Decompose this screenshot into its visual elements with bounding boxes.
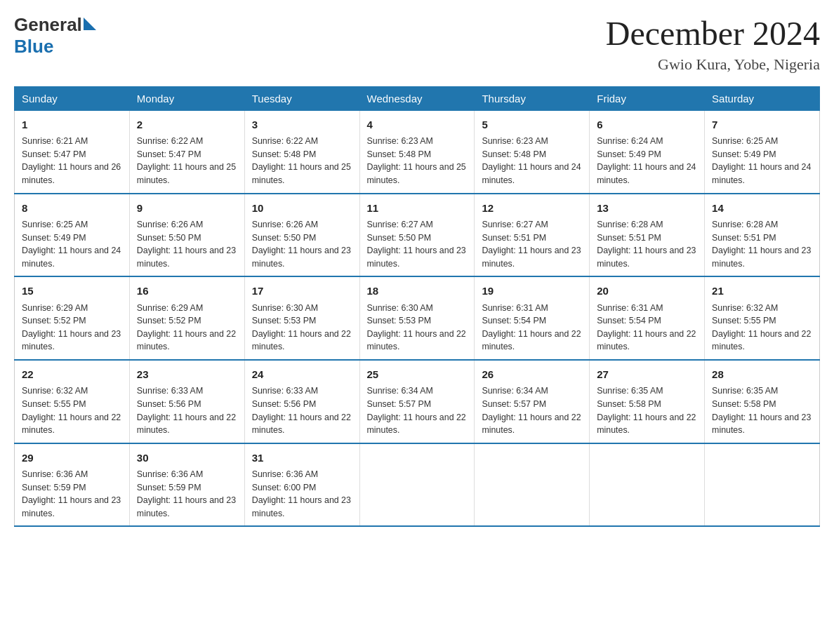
calendar-day-cell: 16Sunrise: 6:29 AMSunset: 5:52 PMDayligh… xyxy=(129,276,244,360)
calendar-day-cell xyxy=(359,443,475,527)
day-number: 8 xyxy=(22,200,122,216)
day-info: Sunrise: 6:24 AMSunset: 5:49 PMDaylight:… xyxy=(597,135,697,187)
day-info: Sunrise: 6:30 AMSunset: 5:53 PMDaylight:… xyxy=(367,302,468,354)
day-info: Sunrise: 6:25 AMSunset: 5:49 PMDaylight:… xyxy=(22,218,122,270)
calendar-week-row: 8Sunrise: 6:25 AMSunset: 5:49 PMDaylight… xyxy=(15,194,820,277)
day-number: 5 xyxy=(482,116,582,133)
day-info: Sunrise: 6:28 AMSunset: 5:51 PMDaylight:… xyxy=(597,218,697,270)
day-number: 11 xyxy=(367,200,468,216)
day-info: Sunrise: 6:33 AMSunset: 5:56 PMDaylight:… xyxy=(252,384,352,436)
day-info: Sunrise: 6:27 AMSunset: 5:51 PMDaylight:… xyxy=(482,218,582,270)
calendar-day-cell: 21Sunrise: 6:32 AMSunset: 5:55 PMDayligh… xyxy=(705,276,820,360)
day-info: Sunrise: 6:29 AMSunset: 5:52 PMDaylight:… xyxy=(137,302,237,354)
header-row: Sunday Monday Tuesday Wednesday Thursday… xyxy=(15,87,820,111)
calendar-day-cell: 6Sunrise: 6:24 AMSunset: 5:49 PMDaylight… xyxy=(590,111,705,194)
day-info: Sunrise: 6:30 AMSunset: 5:53 PMDaylight:… xyxy=(252,302,352,354)
calendar-week-row: 1Sunrise: 6:21 AMSunset: 5:47 PMDaylight… xyxy=(15,111,820,194)
day-info: Sunrise: 6:26 AMSunset: 5:50 PMDaylight:… xyxy=(137,218,237,270)
logo-blue: Blue xyxy=(14,36,53,57)
calendar-week-row: 29Sunrise: 6:36 AMSunset: 5:59 PMDayligh… xyxy=(15,443,820,527)
calendar-day-cell: 30Sunrise: 6:36 AMSunset: 5:59 PMDayligh… xyxy=(129,443,244,527)
month-title: December 2024 xyxy=(606,14,820,53)
day-number: 7 xyxy=(712,116,812,133)
calendar-day-cell: 9Sunrise: 6:26 AMSunset: 5:50 PMDaylight… xyxy=(129,194,244,277)
day-number: 23 xyxy=(137,366,237,382)
day-info: Sunrise: 6:27 AMSunset: 5:50 PMDaylight:… xyxy=(367,218,468,270)
calendar-week-row: 22Sunrise: 6:32 AMSunset: 5:55 PMDayligh… xyxy=(15,360,820,443)
day-number: 18 xyxy=(367,283,468,299)
calendar-day-cell: 26Sunrise: 6:34 AMSunset: 5:57 PMDayligh… xyxy=(475,360,590,443)
day-info: Sunrise: 6:29 AMSunset: 5:52 PMDaylight:… xyxy=(22,302,122,354)
calendar-day-cell xyxy=(475,443,590,527)
day-number: 17 xyxy=(252,283,352,299)
day-info: Sunrise: 6:23 AMSunset: 5:48 PMDaylight:… xyxy=(367,135,468,187)
day-number: 30 xyxy=(137,450,237,466)
day-number: 4 xyxy=(367,116,468,133)
day-number: 9 xyxy=(137,200,237,216)
svg-marker-0 xyxy=(84,18,96,30)
day-info: Sunrise: 6:33 AMSunset: 5:56 PMDaylight:… xyxy=(137,384,237,436)
col-thursday: Thursday xyxy=(475,87,590,111)
day-info: Sunrise: 6:35 AMSunset: 5:58 PMDaylight:… xyxy=(597,384,697,436)
calendar-day-cell: 23Sunrise: 6:33 AMSunset: 5:56 PMDayligh… xyxy=(129,360,244,443)
day-info: Sunrise: 6:28 AMSunset: 5:51 PMDaylight:… xyxy=(712,218,812,270)
day-number: 20 xyxy=(597,283,697,299)
logo-arrow-icon xyxy=(84,18,96,30)
calendar-day-cell: 1Sunrise: 6:21 AMSunset: 5:47 PMDaylight… xyxy=(15,111,130,194)
calendar-day-cell: 4Sunrise: 6:23 AMSunset: 5:48 PMDaylight… xyxy=(359,111,475,194)
logo: General Blue xyxy=(14,14,96,58)
calendar-day-cell: 29Sunrise: 6:36 AMSunset: 5:59 PMDayligh… xyxy=(15,443,130,527)
calendar-day-cell: 3Sunrise: 6:22 AMSunset: 5:48 PMDaylight… xyxy=(244,111,359,194)
calendar-day-cell: 11Sunrise: 6:27 AMSunset: 5:50 PMDayligh… xyxy=(359,194,475,277)
calendar-day-cell: 7Sunrise: 6:25 AMSunset: 5:49 PMDaylight… xyxy=(705,111,820,194)
day-info: Sunrise: 6:21 AMSunset: 5:47 PMDaylight:… xyxy=(22,135,122,187)
calendar-day-cell: 19Sunrise: 6:31 AMSunset: 5:54 PMDayligh… xyxy=(475,276,590,360)
day-number: 6 xyxy=(597,116,697,133)
day-number: 12 xyxy=(482,200,582,216)
day-number: 15 xyxy=(22,283,122,299)
calendar-day-cell: 22Sunrise: 6:32 AMSunset: 5:55 PMDayligh… xyxy=(15,360,130,443)
day-number: 1 xyxy=(22,116,122,133)
calendar-day-cell: 12Sunrise: 6:27 AMSunset: 5:51 PMDayligh… xyxy=(475,194,590,277)
calendar-day-cell: 14Sunrise: 6:28 AMSunset: 5:51 PMDayligh… xyxy=(705,194,820,277)
calendar-day-cell: 15Sunrise: 6:29 AMSunset: 5:52 PMDayligh… xyxy=(15,276,130,360)
calendar-day-cell: 24Sunrise: 6:33 AMSunset: 5:56 PMDayligh… xyxy=(244,360,359,443)
col-saturday: Saturday xyxy=(705,87,820,111)
day-info: Sunrise: 6:23 AMSunset: 5:48 PMDaylight:… xyxy=(482,135,582,187)
day-number: 22 xyxy=(22,366,122,382)
day-info: Sunrise: 6:22 AMSunset: 5:48 PMDaylight:… xyxy=(252,135,352,187)
day-number: 31 xyxy=(252,450,352,466)
calendar-day-cell: 27Sunrise: 6:35 AMSunset: 5:58 PMDayligh… xyxy=(590,360,705,443)
day-info: Sunrise: 6:32 AMSunset: 5:55 PMDaylight:… xyxy=(712,302,812,354)
col-wednesday: Wednesday xyxy=(359,87,475,111)
calendar-day-cell: 2Sunrise: 6:22 AMSunset: 5:47 PMDaylight… xyxy=(129,111,244,194)
calendar-body: 1Sunrise: 6:21 AMSunset: 5:47 PMDaylight… xyxy=(15,111,820,527)
calendar-header: Sunday Monday Tuesday Wednesday Thursday… xyxy=(15,87,820,111)
day-info: Sunrise: 6:26 AMSunset: 5:50 PMDaylight:… xyxy=(252,218,352,270)
calendar-week-row: 15Sunrise: 6:29 AMSunset: 5:52 PMDayligh… xyxy=(15,276,820,360)
col-tuesday: Tuesday xyxy=(244,87,359,111)
day-number: 19 xyxy=(482,283,582,299)
location-title: Gwio Kura, Yobe, Nigeria xyxy=(606,55,820,74)
day-number: 16 xyxy=(137,283,237,299)
calendar-day-cell: 17Sunrise: 6:30 AMSunset: 5:53 PMDayligh… xyxy=(244,276,359,360)
day-number: 26 xyxy=(482,366,582,382)
calendar-day-cell: 28Sunrise: 6:35 AMSunset: 5:58 PMDayligh… xyxy=(705,360,820,443)
day-info: Sunrise: 6:35 AMSunset: 5:58 PMDaylight:… xyxy=(712,384,812,436)
day-number: 27 xyxy=(597,366,697,382)
day-info: Sunrise: 6:36 AMSunset: 6:00 PMDaylight:… xyxy=(252,468,352,520)
calendar-day-cell: 13Sunrise: 6:28 AMSunset: 5:51 PMDayligh… xyxy=(590,194,705,277)
calendar-day-cell xyxy=(705,443,820,527)
day-info: Sunrise: 6:31 AMSunset: 5:54 PMDaylight:… xyxy=(482,302,582,354)
day-number: 29 xyxy=(22,450,122,466)
calendar-day-cell: 31Sunrise: 6:36 AMSunset: 6:00 PMDayligh… xyxy=(244,443,359,527)
day-number: 25 xyxy=(367,366,468,382)
calendar-day-cell: 10Sunrise: 6:26 AMSunset: 5:50 PMDayligh… xyxy=(244,194,359,277)
col-sunday: Sunday xyxy=(15,87,130,111)
calendar-day-cell: 20Sunrise: 6:31 AMSunset: 5:54 PMDayligh… xyxy=(590,276,705,360)
calendar-day-cell xyxy=(590,443,705,527)
title-section: December 2024 Gwio Kura, Yobe, Nigeria xyxy=(606,14,820,74)
calendar-day-cell: 8Sunrise: 6:25 AMSunset: 5:49 PMDaylight… xyxy=(15,194,130,277)
calendar-table: Sunday Monday Tuesday Wednesday Thursday… xyxy=(14,86,820,527)
day-info: Sunrise: 6:31 AMSunset: 5:54 PMDaylight:… xyxy=(597,302,697,354)
